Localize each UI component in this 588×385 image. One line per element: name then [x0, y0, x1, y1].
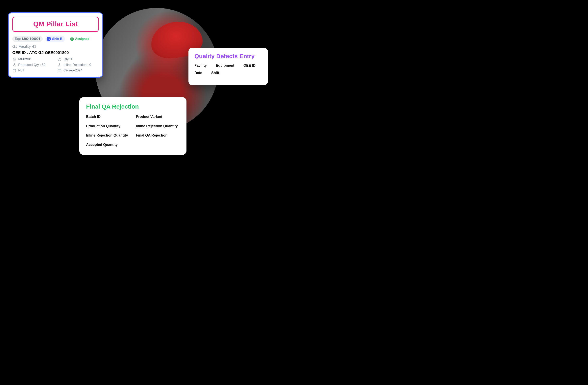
date-value: 09-sep-2024: [63, 68, 82, 72]
qty-item: Qty: 1: [58, 57, 99, 61]
assigned-chip[interactable]: Assigned: [68, 36, 92, 42]
qm-title-box: QM Pillar List: [12, 17, 99, 32]
qm-chip-row: Eqp 1300-100001 Shift B Assigned: [12, 36, 99, 42]
svg-point-5: [59, 64, 60, 64]
equipment-chip-label: Eqp 1300-100001: [15, 37, 40, 41]
inline-rejection-value: Inline Rejection : 0: [63, 63, 91, 67]
oee-id-label: OEE ID : ATC-GJ-OEE0001800: [12, 50, 99, 55]
fqa-title: Final QA Rejection: [86, 103, 180, 110]
fqa-inline-rej-qty2-label[interactable]: Inline Rejection Quantity: [86, 133, 130, 138]
fqa-final-qa-rej-label[interactable]: Final QA Rejection: [136, 133, 180, 138]
progress-icon: [58, 57, 62, 61]
gear-icon: [12, 57, 16, 61]
qm-details-grid: MMB981 Qty: 1 Produced Qty : 80 Inline R…: [12, 57, 99, 72]
qde-oeeid-label[interactable]: OEE ID: [243, 64, 255, 68]
qde-date-label[interactable]: Date: [194, 71, 202, 75]
svg-point-3: [14, 59, 15, 60]
null-item: Null: [12, 68, 54, 72]
clock-icon: [47, 37, 51, 41]
date-item: 09-sep-2024: [58, 68, 99, 72]
equipment-chip[interactable]: Eqp 1300-100001: [12, 36, 43, 42]
fqa-inline-rej-qty1-label[interactable]: Inline Rejection Quantity: [136, 124, 180, 128]
calendar-icon: [12, 68, 16, 72]
fqa-batch-id-label[interactable]: Batch ID: [86, 115, 130, 119]
user-in-icon: [12, 63, 16, 67]
qm-title: QM Pillar List: [33, 20, 78, 28]
fqa-accepted-qty-label[interactable]: Accepted Quantity: [86, 143, 130, 147]
qde-equipment-label[interactable]: Equipment: [216, 64, 234, 68]
calendar-check-icon: [58, 68, 62, 72]
inline-rejection-item: Inline Rejection : 0: [58, 63, 99, 67]
assigned-chip-label: Assigned: [75, 37, 89, 41]
quality-defects-entry-card: Quality Defects Entry Facility Equipment…: [189, 48, 268, 85]
product-item: MMB981: [12, 57, 54, 61]
product-value: MMB981: [18, 57, 32, 61]
svg-point-2: [71, 38, 72, 39]
shift-chip-label: Shift B: [52, 37, 63, 41]
qde-shift-label[interactable]: Shift: [211, 71, 219, 75]
qty-value: Qty: 1: [63, 57, 72, 61]
qm-pillar-list-card: QM Pillar List Eqp 1300-100001 Shift B A…: [8, 12, 103, 78]
null-value: Null: [18, 68, 24, 72]
final-qa-rejection-card: Final QA Rejection Batch ID Product Vari…: [79, 97, 187, 155]
svg-rect-6: [13, 69, 16, 72]
user-out-icon: [58, 63, 62, 67]
qde-title: Quality Defects Entry: [194, 53, 262, 60]
fqa-grid: Batch ID Product Variant Production Quan…: [86, 115, 180, 147]
produced-qty-value: Produced Qty : 80: [18, 63, 45, 67]
fqa-product-variant-label[interactable]: Product Variant: [136, 115, 180, 119]
qde-facility-label[interactable]: Facility: [194, 64, 207, 68]
produced-qty-item: Produced Qty : 80: [12, 63, 54, 67]
svg-rect-7: [58, 69, 61, 72]
user-check-icon: [70, 37, 74, 41]
qde-row-1: Facility Equipment OEE ID: [194, 64, 262, 68]
shift-chip[interactable]: Shift B: [45, 36, 65, 42]
svg-point-4: [14, 64, 15, 64]
fqa-production-qty-label[interactable]: Production Quantity: [86, 124, 130, 128]
facility-label: GJ Facility 41: [12, 44, 99, 49]
qde-row-2: Date Shift: [194, 71, 262, 75]
